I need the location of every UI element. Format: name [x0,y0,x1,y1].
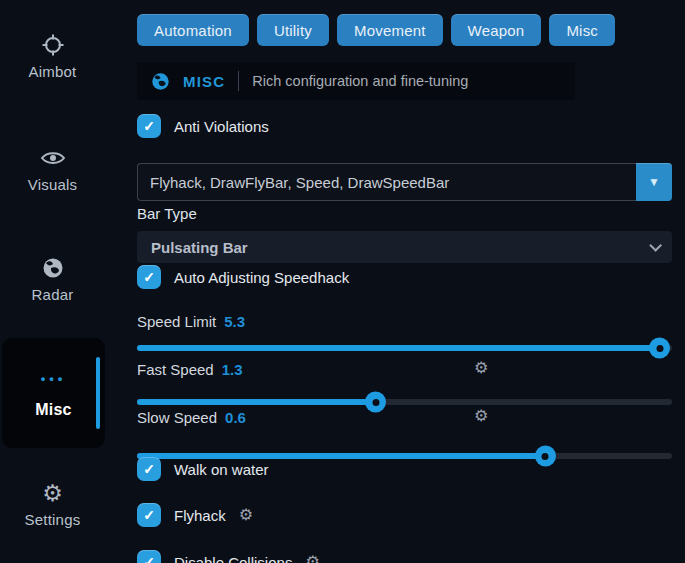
chevron-down-icon [649,239,662,252]
tab-utility[interactable]: Utility [257,14,329,46]
bar-type-value: Pulsating Bar [151,239,248,256]
sidebar-item-radar[interactable]: Radar [0,256,105,303]
category-tabs: Automation Utility Movement Weapon Misc [137,14,615,46]
feature-header: MISC Rich configuration and fine-tuning [137,62,575,100]
fast-speed-slider[interactable] [137,399,672,405]
anti-violations-checkbox[interactable]: ✓ [137,114,161,138]
slow-speed-label-row: Slow Speed 0.6 ⚙ [137,409,672,426]
gear-icon[interactable]: ⚙ [474,408,488,424]
speed-limit-label-row: Speed Limit 5.3 [137,313,672,330]
slider-value: 5.3 [224,313,245,330]
triangle-down-icon: ▼ [648,175,660,189]
checkbox-label: Anti Violations [174,118,269,135]
globe-icon [42,256,64,280]
disable-collisions-checkbox[interactable]: ✓ [137,550,161,563]
speed-limit-slider[interactable] [137,345,672,351]
globe-icon [151,72,170,91]
slider-value: 0.6 [225,409,246,426]
checkmark-icon: ✓ [143,461,155,477]
auto-adjusting-checkbox[interactable]: ✓ [137,265,161,289]
fast-speed-label-row: Fast Speed 1.3 ⚙ [137,361,672,378]
checkbox-label: Flyhack [174,507,226,524]
gear-icon[interactable]: ⚙ [305,554,319,563]
eye-icon [40,146,66,170]
disable-collisions-row[interactable]: ✓ Disable Collisions ⚙ [137,550,320,563]
page-subtitle: Rich configuration and fine-tuning [252,73,468,89]
checkbox-label: Disable Collisions [174,554,292,563]
divider [238,71,239,91]
slider-value: 1.3 [222,361,243,378]
anti-violations-row[interactable]: ✓ Anti Violations [137,114,269,138]
sidebar-item-aimbot[interactable]: Aimbot [0,33,105,80]
sidebar-item-label: Aimbot [29,63,77,80]
tab-movement[interactable]: Movement [337,14,443,46]
walk-on-water-row[interactable]: ✓ Walk on water [137,457,268,481]
main-panel: Automation Utility Movement Weapon Misc … [137,0,672,563]
slider-thumb[interactable] [649,338,670,359]
sidebar-item-label: Misc [35,401,71,419]
crosshair-icon [41,33,65,57]
walk-on-water-checkbox[interactable]: ✓ [137,457,161,481]
slider-label: Fast Speed [137,361,214,378]
checkmark-icon: ✓ [143,507,155,523]
sidebar: Aimbot Visuals Radar ••• [0,0,130,563]
sidebar-item-label: Radar [32,286,74,303]
ellipsis-icon: ••• [41,367,67,391]
gear-icon[interactable]: ⚙ [239,507,253,523]
slider-thumb[interactable] [535,446,556,467]
bar-type-label: Bar Type [137,205,197,222]
sidebar-item-label: Visuals [28,176,77,193]
dropdown-open-button[interactable]: ▼ [636,163,672,201]
checkbox-label: Auto Adjusting Speedhack [174,269,349,286]
feature-multiselect-value: Flyhack, DrawFlyBar, Speed, DrawSpeedBar [150,174,449,191]
checkmark-icon: ✓ [143,118,155,134]
sidebar-item-settings[interactable]: ⚙ Settings [0,481,105,528]
sidebar-item-misc[interactable]: ••• Misc [2,338,105,448]
gear-icon: ⚙ [42,481,63,505]
checkmark-icon: ✓ [143,554,155,563]
flyhack-row[interactable]: ✓ Flyhack ⚙ [137,503,253,527]
sidebar-item-label: Settings [25,511,81,528]
feature-multiselect-field[interactable]: Flyhack, DrawFlyBar, Speed, DrawSpeedBar [137,163,636,201]
gear-icon[interactable]: ⚙ [474,360,488,376]
slider-fill [137,345,660,351]
tab-automation[interactable]: Automation [137,14,249,46]
page-title: MISC [183,73,225,90]
feature-multiselect[interactable]: Flyhack, DrawFlyBar, Speed, DrawSpeedBar… [137,163,672,201]
checkmark-icon: ✓ [143,269,155,285]
app-window: Aimbot Visuals Radar ••• [0,0,685,563]
bar-type-select[interactable]: Pulsating Bar [137,231,672,263]
flyhack-checkbox[interactable]: ✓ [137,503,161,527]
tab-weapon[interactable]: Weapon [451,14,542,46]
slider-fill [137,399,376,405]
auto-adjusting-row[interactable]: ✓ Auto Adjusting Speedhack [137,265,349,289]
slider-label: Speed Limit [137,313,216,330]
slider-label: Slow Speed [137,409,217,426]
sidebar-item-visuals[interactable]: Visuals [0,146,105,193]
active-indicator [96,357,100,429]
tab-misc[interactable]: Misc [549,14,615,46]
checkbox-label: Walk on water [174,461,268,478]
